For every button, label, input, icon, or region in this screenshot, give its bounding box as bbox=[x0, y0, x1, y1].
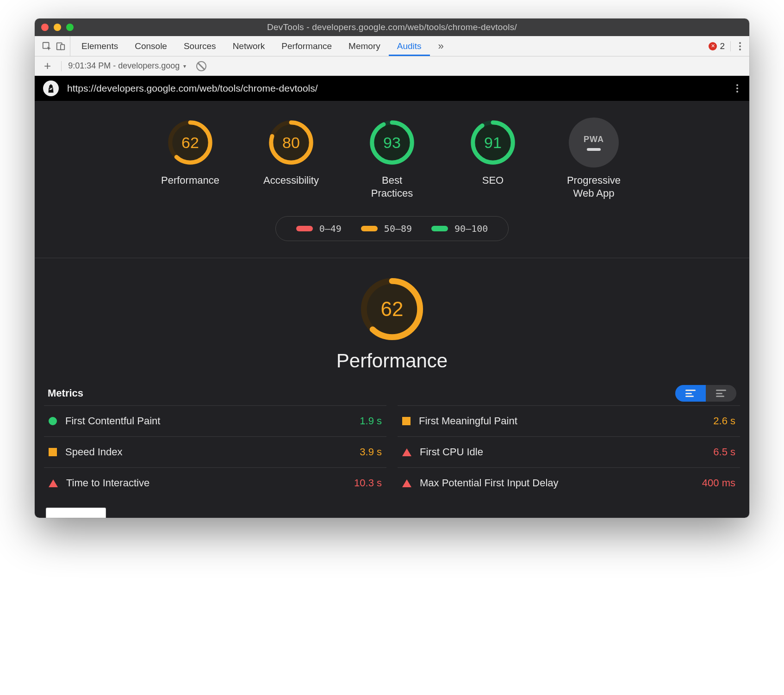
metric-value: 6.5 s bbox=[713, 446, 735, 458]
inspect-element-icon[interactable] bbox=[41, 41, 52, 52]
tab-memory[interactable]: Memory bbox=[340, 36, 389, 56]
audits-toolbar: + 9:01:34 PM - developers.goog ▾ bbox=[35, 56, 749, 76]
zoom-window-button[interactable] bbox=[66, 24, 74, 31]
window-title: DevTools - developers.google.com/web/too… bbox=[35, 22, 749, 32]
tab-console[interactable]: Console bbox=[126, 36, 175, 56]
performance-gauge: 62 bbox=[360, 277, 424, 341]
tab-performance[interactable]: Performance bbox=[273, 36, 340, 56]
tab-audits[interactable]: Audits bbox=[389, 36, 430, 56]
gauge-pwa[interactable]: PWAProgressive Web App bbox=[554, 118, 633, 199]
score-gauges: 62 Performance 80 Accessibility 93 BestP… bbox=[35, 101, 749, 208]
metrics-view-toggle bbox=[675, 385, 736, 402]
partial-button[interactable] bbox=[46, 508, 106, 518]
chevron-down-icon: ▾ bbox=[183, 63, 186, 69]
new-audit-button[interactable]: + bbox=[40, 59, 55, 73]
metric-value: 10.3 s bbox=[354, 477, 382, 489]
legend-range-pass: 90–100 bbox=[454, 223, 488, 234]
svg-rect-2 bbox=[61, 44, 64, 50]
legend-range-average: 50–89 bbox=[384, 223, 412, 234]
close-window-button[interactable] bbox=[41, 24, 49, 31]
performance-hero: 62 Performance bbox=[35, 258, 749, 385]
status-triangle-icon bbox=[402, 448, 411, 456]
legend-range-fail: 0–49 bbox=[319, 223, 342, 234]
error-count-value: 2 bbox=[720, 41, 725, 51]
metric-row: First CPU Idle6.5 s bbox=[398, 436, 740, 467]
lighthouse-report: 62 Performance 80 Accessibility 93 BestP… bbox=[35, 101, 749, 518]
metric-row: Max Potential First Input Delay400 ms bbox=[398, 467, 740, 498]
performance-title: Performance bbox=[336, 350, 448, 372]
metric-row: Speed Index3.9 s bbox=[44, 436, 386, 467]
status-circle-icon bbox=[49, 417, 57, 425]
metrics-view-detailed[interactable] bbox=[706, 385, 736, 402]
report-url: https://developers.google.com/web/tools/… bbox=[67, 83, 318, 94]
metric-name: Time to Interactive bbox=[66, 477, 149, 489]
metric-value: 2.6 s bbox=[713, 415, 735, 427]
gauge-performance[interactable]: 62 Performance bbox=[151, 118, 230, 199]
gauge-accessibility[interactable]: 80 Accessibility bbox=[252, 118, 330, 199]
titlebar: DevTools - developers.google.com/web/too… bbox=[35, 19, 749, 36]
minimize-window-button[interactable] bbox=[54, 24, 61, 31]
tab-elements[interactable]: Elements bbox=[73, 36, 126, 56]
score-legend: 0–49 50–89 90–100 bbox=[275, 216, 509, 241]
metric-value: 3.9 s bbox=[360, 446, 382, 458]
metric-name: First CPU Idle bbox=[420, 446, 483, 458]
status-square-icon bbox=[49, 448, 57, 456]
metric-row: First Contentful Paint1.9 s bbox=[44, 405, 386, 436]
legend-pill-pass bbox=[431, 226, 448, 231]
divider bbox=[730, 41, 731, 51]
metric-row: Time to Interactive10.3 s bbox=[44, 467, 386, 498]
clear-report-icon[interactable] bbox=[196, 61, 206, 71]
status-square-icon bbox=[402, 417, 411, 425]
gauge-seo[interactable]: 91 SEO bbox=[454, 118, 532, 199]
error-count[interactable]: 2 bbox=[709, 41, 725, 51]
error-icon bbox=[709, 42, 717, 50]
legend-pill-average bbox=[361, 226, 378, 231]
performance-score: 62 bbox=[360, 277, 424, 341]
settings-menu-button[interactable] bbox=[736, 39, 744, 53]
legend-pill-fail bbox=[296, 226, 313, 231]
report-selector-label: 9:01:34 PM - developers.goog bbox=[68, 61, 180, 71]
panel-tabs: Elements Console Sources Network Perform… bbox=[73, 36, 452, 56]
metric-value: 400 ms bbox=[702, 477, 735, 489]
report-selector[interactable]: 9:01:34 PM - developers.goog ▾ bbox=[68, 61, 186, 71]
status-triangle-icon bbox=[402, 479, 411, 487]
metrics-title: Metrics bbox=[48, 387, 83, 399]
tab-sources[interactable]: Sources bbox=[175, 36, 224, 56]
report-menu-button[interactable] bbox=[734, 81, 741, 95]
tab-network[interactable]: Network bbox=[224, 36, 274, 56]
device-toolbar-icon[interactable] bbox=[55, 41, 66, 52]
traffic-lights bbox=[41, 24, 74, 31]
gauge-best-practices[interactable]: 93 BestPractices bbox=[353, 118, 431, 199]
devtools-tabstrip: Elements Console Sources Network Perform… bbox=[35, 36, 749, 56]
report-url-bar: https://developers.google.com/web/tools/… bbox=[35, 76, 749, 101]
devtools-window: DevTools - developers.google.com/web/too… bbox=[35, 19, 749, 518]
metrics-header: Metrics bbox=[35, 385, 749, 402]
lighthouse-icon bbox=[43, 81, 59, 96]
metric-name: First Meaningful Paint bbox=[419, 415, 517, 427]
status-triangle-icon bbox=[49, 479, 58, 487]
bottom-edge bbox=[35, 512, 749, 518]
metric-value: 1.9 s bbox=[360, 415, 382, 427]
metric-name: Speed Index bbox=[65, 446, 123, 458]
divider bbox=[61, 61, 62, 71]
metric-row: First Meaningful Paint2.6 s bbox=[398, 405, 740, 436]
metric-name: First Contentful Paint bbox=[65, 415, 160, 427]
metric-name: Max Potential First Input Delay bbox=[420, 477, 559, 489]
tabs-overflow-button[interactable]: » bbox=[430, 36, 452, 56]
metrics-view-compact[interactable] bbox=[675, 385, 706, 402]
metrics-grid: First Contentful Paint1.9 sFirst Meaning… bbox=[35, 402, 749, 512]
